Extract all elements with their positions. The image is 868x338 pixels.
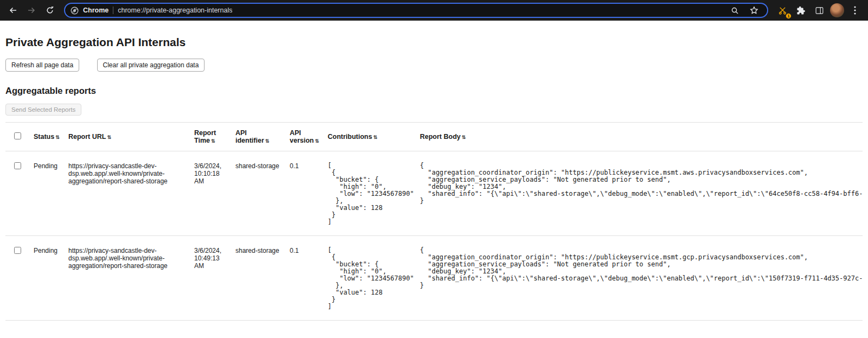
select-all-checkbox[interactable]: [14, 132, 21, 139]
refresh-all-button[interactable]: Refresh all page data: [5, 59, 79, 72]
profile-avatar[interactable]: [830, 3, 844, 17]
col-label: Report URL: [68, 133, 106, 141]
col-header-api-identifier[interactable]: API identifier⇅: [231, 123, 285, 151]
omnibox-url-text: chrome://private-aggregation-internals: [118, 7, 232, 14]
omnibox-product-label: Chrome: [83, 7, 108, 14]
sort-icon: ⇅: [315, 138, 319, 144]
cell-report-time: 3/6/2024, 10:49:13 AM: [190, 236, 231, 321]
cell-report-body: { "aggregation_coordinator_origin": "htt…: [416, 236, 863, 321]
browser-toolbar: Chrome chrome://private-aggregation-inte…: [0, 0, 868, 21]
row-select-cell: [5, 151, 29, 236]
sort-icon: ⇅: [265, 138, 270, 144]
cell-api-identifier: shared-storage: [231, 151, 285, 236]
sort-icon: ⇅: [107, 135, 111, 140]
chrome-logo-icon: [71, 7, 79, 15]
sort-icon: ⇅: [373, 135, 378, 140]
page-content: Private Aggregation API Internals Refres…: [0, 21, 868, 321]
cell-api-version: 0.1: [285, 151, 323, 236]
cell-contributions: [ { "bucket": { "high": "0", "low": "123…: [323, 236, 416, 321]
row-select-checkbox[interactable]: [14, 162, 21, 169]
col-header-report-body[interactable]: Report Body⇅: [416, 123, 863, 151]
col-header-status[interactable]: Status⇅: [29, 123, 64, 151]
back-icon[interactable]: [5, 3, 21, 18]
col-header-report-url[interactable]: Report URL⇅: [64, 123, 190, 151]
aggregatable-reports-heading: Aggregatable reports: [5, 86, 863, 96]
cell-report-url: https://privacy-sandcastle-dev-dsp.web.a…: [64, 236, 190, 321]
send-selected-reports-button[interactable]: Send Selected Reports: [5, 104, 81, 116]
cell-status: Pending: [29, 236, 64, 321]
col-header-contributions[interactable]: Contributions⇅: [323, 123, 416, 151]
menu-kebab-icon[interactable]: [847, 3, 863, 18]
table-row: Pending https://privacy-sandcastle-dev-d…: [5, 236, 863, 321]
reload-icon[interactable]: [42, 3, 58, 18]
col-label: API version: [290, 129, 314, 144]
top-buttons: Refresh all page data Clear all private …: [5, 59, 863, 72]
cell-api-version: 0.1: [285, 236, 323, 321]
row-select-cell: [5, 236, 29, 321]
cell-report-time: 3/6/2024, 10:10:18 AM: [190, 151, 231, 236]
cell-report-url: https://privacy-sandcastle-dev-dsp.web.a…: [64, 151, 190, 236]
cell-status: Pending: [29, 151, 64, 236]
cell-report-body: { "aggregation_coordinator_origin": "htt…: [416, 151, 863, 236]
table-header-row: Status⇅ Report URL⇅ Report Time⇅ API ide…: [5, 123, 863, 151]
side-panel-icon[interactable]: [812, 3, 827, 18]
sort-icon: ⇅: [211, 138, 215, 144]
col-header-api-version[interactable]: API version⇅: [285, 123, 323, 151]
cell-contributions: [ { "bucket": { "high": "0", "low": "123…: [323, 151, 416, 236]
col-label: Status: [34, 133, 54, 141]
clear-all-button[interactable]: Clear all private aggregation data: [97, 59, 205, 72]
row-select-checkbox[interactable]: [14, 247, 21, 254]
cell-api-identifier: shared-storage: [231, 236, 285, 321]
sort-icon: ⇅: [462, 135, 466, 140]
labs-badge-icon[interactable]: 1: [775, 3, 790, 18]
select-all-cell: [5, 123, 29, 151]
col-label: API identifier: [235, 129, 264, 144]
col-label: Contributions: [328, 133, 372, 141]
forward-icon[interactable]: [24, 3, 39, 18]
omnibox[interactable]: Chrome chrome://private-aggregation-inte…: [64, 3, 768, 18]
omnibox-divider: [113, 7, 113, 14]
table-row: Pending https://privacy-sandcastle-dev-d…: [5, 151, 863, 236]
reports-table: Status⇅ Report URL⇅ Report Time⇅ API ide…: [5, 122, 863, 321]
extensions-puzzle-icon[interactable]: [793, 3, 808, 18]
sort-icon: ⇅: [55, 135, 60, 140]
page-title: Private Aggregation API Internals: [5, 36, 863, 49]
bookmark-star-icon[interactable]: [746, 3, 762, 18]
col-header-report-time[interactable]: Report Time⇅: [190, 123, 231, 151]
search-icon[interactable]: [727, 3, 742, 18]
col-label: Report Body: [420, 133, 461, 141]
badge-count: 1: [786, 13, 792, 19]
